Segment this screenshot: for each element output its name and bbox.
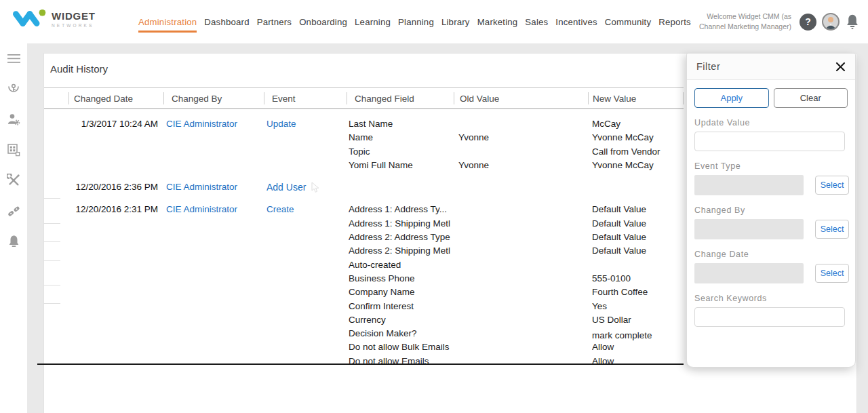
new-value-line: Yes [592, 300, 684, 313]
welcome-line2: Channel Marketing Manager) [699, 22, 791, 32]
field-line: Topic [349, 145, 454, 159]
event-type-value [694, 175, 804, 195]
event-link[interactable]: Create [267, 204, 294, 214]
old-value-line [458, 145, 588, 159]
filter-body: Apply Clear Update Value Event Type Sele… [687, 80, 855, 327]
ghost-row-line [43, 260, 60, 261]
user-avatar[interactable] [822, 13, 840, 31]
old-value-cell: Yvonne Yvonne [454, 117, 588, 172]
audit-table: Changed Date Changed By Event Changed Fi… [44, 87, 684, 368]
row-expand-cell [44, 117, 68, 172]
changed-by-link[interactable]: CIE Administrator [166, 182, 237, 192]
field-line: Business Phone [349, 272, 454, 286]
new-value-line: Yvonne McCay [592, 131, 684, 144]
field-line: Name [349, 131, 454, 144]
change-date-label: Change Date [694, 250, 848, 259]
new-value-cell: Default Value Default Value Default Valu… [588, 203, 684, 368]
filter-panel: Filter Apply Clear Update Value Event Ty… [686, 53, 856, 368]
nav-item-planning[interactable]: Planning [398, 0, 434, 43]
table-bottom-border [37, 363, 684, 365]
widget-networks-logo-icon [11, 8, 46, 30]
question-mark-icon: ? [805, 16, 811, 27]
table-row: 1/3/2017 10:24 AM CIE Administrator Upda… [44, 117, 684, 172]
welcome-line1: Welcome Widget CMM (as [699, 12, 791, 22]
ghost-row-line [43, 198, 60, 199]
change-date-select-button[interactable]: Select [815, 264, 849, 283]
nav-item-administration[interactable]: Administration [138, 0, 197, 43]
changed-field-cell [347, 180, 454, 194]
ghost-row-line [43, 223, 60, 224]
event-link[interactable]: Update [267, 119, 296, 129]
key-icon[interactable] [6, 82, 21, 96]
new-value-line: Fourth Coffee [592, 286, 684, 299]
event-link[interactable]: Add User [267, 182, 306, 193]
nav-item-incentives[interactable]: Incentives [555, 0, 597, 43]
nav-item-learning[interactable]: Learning [355, 0, 391, 43]
expand-column-header [44, 88, 68, 109]
field-line: Do not allow Bulk Emails [349, 340, 454, 354]
close-icon[interactable] [835, 62, 846, 72]
filter-header: Filter [687, 54, 855, 80]
nav-item-onboarding[interactable]: Onboarding [299, 0, 347, 43]
apply-button[interactable]: Apply [694, 88, 769, 108]
nav-item-reports[interactable]: Reports [658, 0, 691, 43]
field-line: Company Name [349, 286, 454, 299]
col-header-changed-date: Changed Date [68, 88, 163, 109]
changed-by-value [694, 219, 804, 239]
new-value-cell: McCay Yvonne McCay Call from Vendor Yvon… [588, 117, 684, 172]
old-value-line [458, 117, 588, 131]
changed-field-cell: Last Name Name Topic Yomi Full Name [347, 117, 454, 172]
new-value-cell [588, 180, 684, 194]
ghost-row-line [43, 303, 60, 304]
nav-item-community[interactable]: Community [605, 0, 652, 43]
event-type-label: Event Type [694, 161, 848, 171]
new-value-line: Allow [592, 355, 684, 368]
tools-icon[interactable] [6, 174, 21, 187]
table-row: 12/20/2016 2:36 PM CIE Administrator Add… [44, 180, 684, 194]
work-area: Audit History Changed Date Changed By Ev… [27, 43, 868, 413]
new-value-line: 555-0100 [592, 272, 684, 286]
nav-item-library[interactable]: Library [441, 0, 470, 43]
event-type-select-button[interactable]: Select [815, 176, 849, 195]
row-expand-cell [44, 203, 68, 368]
update-value-label: Update Value [694, 118, 848, 127]
help-button[interactable]: ? [800, 14, 816, 31]
field-line: Currency [349, 313, 454, 327]
clear-button[interactable]: Clear [774, 88, 848, 108]
welcome-text: Welcome Widget CMM (as Channel Marketing… [699, 12, 791, 31]
hamburger-menu-icon[interactable] [6, 52, 21, 65]
new-value-line: Default Value [592, 217, 684, 231]
field-line: Do not allow Emails [349, 355, 454, 368]
changed-date-cell: 1/3/2017 10:24 AM [68, 117, 163, 172]
nav-item-marketing[interactable]: Marketing [477, 0, 518, 43]
user-settings-icon[interactable] [6, 113, 21, 126]
search-keywords-input[interactable] [694, 307, 845, 327]
brand-logo[interactable]: WIDGET NETWORKS [11, 8, 96, 30]
new-value-line [592, 258, 684, 272]
capsules-icon[interactable] [6, 204, 21, 218]
new-value-line: McCay [592, 117, 684, 131]
field-line: Decision Maker? [349, 327, 454, 340]
app-grid-icon[interactable] [6, 143, 21, 157]
update-value-input[interactable] [694, 132, 845, 151]
field-line: Address 2: Shipping Metl [349, 244, 454, 258]
field-line: Last Name [349, 117, 454, 131]
filter-title: Filter [696, 61, 720, 72]
field-line: Auto-created [349, 258, 454, 272]
brand-name: WIDGET [52, 11, 96, 21]
brand-tagline: NETWORKS [52, 23, 96, 28]
rail-bell-icon[interactable] [6, 235, 21, 248]
changed-by-select-button[interactable]: Select [815, 220, 849, 239]
ghost-row-line [43, 241, 60, 242]
field-line: Address 1: Address Ty... [349, 203, 454, 216]
old-value-cell [454, 203, 588, 368]
changed-by-link[interactable]: CIE Administrator [166, 204, 237, 214]
field-line: Confirm Interest [349, 300, 454, 313]
search-keywords-label: Search Keywords [694, 294, 848, 303]
table-row: 12/20/2016 2:31 PM CIE Administrator Cre… [44, 203, 684, 368]
nav-item-partners[interactable]: Partners [257, 0, 292, 43]
nav-item-dashboard[interactable]: Dashboard [204, 0, 249, 43]
notifications-button[interactable] [845, 14, 860, 30]
changed-by-link[interactable]: CIE Administrator [166, 119, 237, 129]
nav-item-sales[interactable]: Sales [525, 0, 548, 43]
